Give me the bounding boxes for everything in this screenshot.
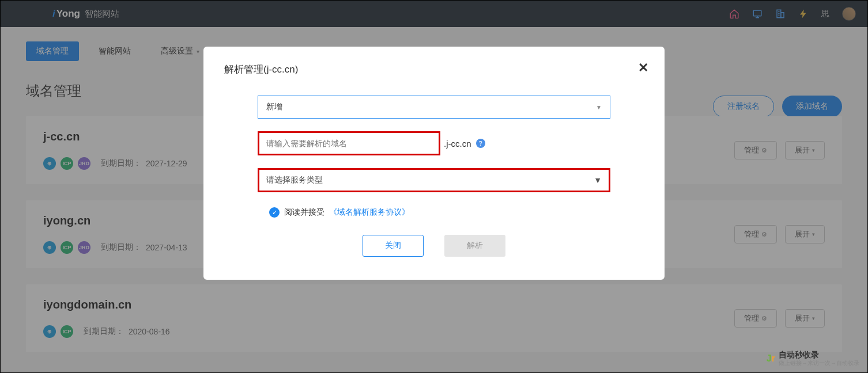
agreement-row: ✓ 阅读并接受 《域名解析服务协议》 [258, 207, 610, 218]
domain-input[interactable] [258, 131, 440, 155]
help-icon[interactable]: ? [476, 139, 485, 148]
watermark-sub: 做上链接→来访一次→自动收录 [779, 360, 859, 367]
agreement-text: 阅读并接受 [284, 207, 324, 218]
resolve-modal: 解析管理(j-cc.cn) ✕ 新增 ▼ .j-cc.cn ? 请选择服务类型 … [203, 47, 665, 280]
watermark-logo: Jr [767, 353, 775, 364]
modal-parse-button[interactable]: 解析 [444, 235, 505, 257]
modal-close-button[interactable]: 关闭 [363, 235, 424, 257]
watermark: Jr 自动秒收录 做上链接→来访一次→自动收录 [767, 350, 859, 367]
action-select-value: 新增 [266, 102, 282, 112]
modal-title: 解析管理(j-cc.cn) [224, 63, 644, 76]
domain-input-row: .j-cc.cn ? [258, 131, 610, 155]
modal-buttons: 关闭 解析 [258, 235, 610, 257]
chevron-down-icon: ▼ [594, 176, 602, 185]
agreement-link[interactable]: 《域名解析服务协议》 [329, 207, 410, 218]
modal-form: 新增 ▼ .j-cc.cn ? 请选择服务类型 ▼ ✓ 阅读并接受 《域名解析服… [224, 96, 644, 257]
action-select[interactable]: 新增 ▼ [258, 96, 610, 119]
watermark-title: 自动秒收录 [779, 350, 859, 360]
domain-suffix: .j-cc.cn [440, 139, 471, 149]
check-icon[interactable]: ✓ [269, 207, 280, 218]
chevron-down-icon: ▼ [596, 104, 602, 111]
service-type-value: 请选择服务类型 [266, 175, 323, 185]
modal-overlay: 解析管理(j-cc.cn) ✕ 新增 ▼ .j-cc.cn ? 请选择服务类型 … [1, 1, 867, 372]
close-icon[interactable]: ✕ [638, 60, 648, 75]
service-type-select[interactable]: 请选择服务类型 ▼ [258, 168, 610, 192]
